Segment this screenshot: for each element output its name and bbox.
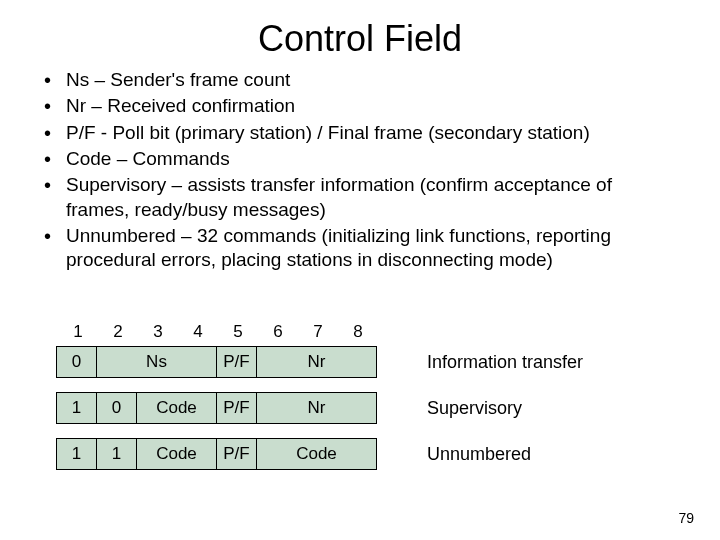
- cell-code-right: Code: [257, 439, 377, 469]
- bit-number: 4: [178, 322, 218, 342]
- bit-number: 7: [298, 322, 338, 342]
- cell-nr: Nr: [257, 347, 377, 377]
- bullet-list: Ns – Sender's frame count Nr – Received …: [40, 68, 680, 273]
- cell-pf: P/F: [217, 347, 257, 377]
- bit-number: 6: [258, 322, 298, 342]
- row-unnumbered: 1 1 Code P/F Code Unnumbered: [56, 438, 583, 470]
- page-number: 79: [678, 510, 694, 526]
- cell-bit1: 1: [57, 393, 97, 423]
- row-label: Supervisory: [427, 392, 522, 424]
- cell-bit1: 1: [57, 439, 97, 469]
- cell-bit2: 1: [97, 439, 137, 469]
- cell-bit1: 0: [57, 347, 97, 377]
- row-supervisory: 1 0 Code P/F Nr Supervisory: [56, 392, 583, 424]
- cell-code: Code: [137, 393, 217, 423]
- cell-code: Code: [137, 439, 217, 469]
- bullet-item: Supervisory – assists transfer informati…: [40, 173, 680, 222]
- bullet-item: Ns – Sender's frame count: [40, 68, 680, 92]
- cell-bit2: 0: [97, 393, 137, 423]
- bit-header-row: 1 2 3 4 5 6 7 8: [58, 322, 583, 342]
- bullet-item: Code – Commands: [40, 147, 680, 171]
- row-label: Unnumbered: [427, 438, 531, 470]
- bit-number: 8: [338, 322, 378, 342]
- slide: Control Field Ns – Sender's frame count …: [0, 0, 720, 540]
- cell-pf: P/F: [217, 439, 257, 469]
- bit-layout-table: 1 2 3 4 5 6 7 8 0 Ns P/F Nr Information …: [56, 322, 583, 484]
- bit-number: 3: [138, 322, 178, 342]
- bit-number: 5: [218, 322, 258, 342]
- row-information: 0 Ns P/F Nr Information transfer: [56, 346, 583, 378]
- bullet-item: Nr – Received confirmation: [40, 94, 680, 118]
- cell-pf: P/F: [217, 393, 257, 423]
- bit-number: 2: [98, 322, 138, 342]
- slide-title: Control Field: [0, 0, 720, 68]
- row-label: Information transfer: [427, 346, 583, 378]
- cell-ns: Ns: [97, 347, 217, 377]
- bit-number: 1: [58, 322, 98, 342]
- bullet-item: Unnumbered – 32 commands (initializing l…: [40, 224, 680, 273]
- cell-nr: Nr: [257, 393, 377, 423]
- bullet-item: P/F - Poll bit (primary station) / Final…: [40, 121, 680, 145]
